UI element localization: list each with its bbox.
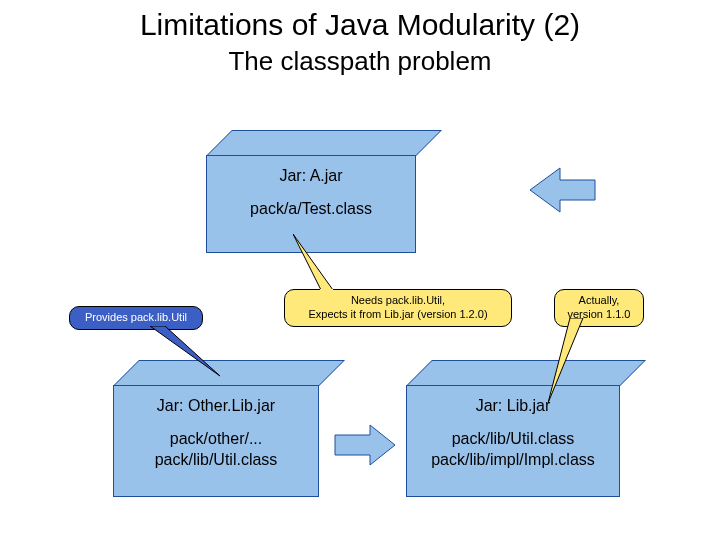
arrow-left-icon xyxy=(530,160,600,220)
svg-marker-4 xyxy=(293,234,333,290)
jar-lib-3d-top xyxy=(406,360,646,386)
callout-actually-tail xyxy=(548,318,608,408)
svg-marker-6 xyxy=(548,318,583,403)
callout-needs-tail xyxy=(293,234,353,294)
callout-actually-text: Actually, version 1.1.0 xyxy=(568,294,631,320)
callout-provides-tail xyxy=(150,326,230,386)
svg-marker-2 xyxy=(150,326,220,376)
slide-subtitle: The classpath problem xyxy=(0,46,720,77)
jar-a-content: pack/a/Test.class xyxy=(207,199,415,220)
svg-marker-1 xyxy=(335,425,395,465)
jar-other-content: pack/other/... pack/lib/Util.class xyxy=(114,429,318,471)
callout-provides-text: Provides pack.lib.Util xyxy=(85,311,187,323)
callout-needs-text: Needs pack.lib.Util, Expects it from Lib… xyxy=(308,294,487,320)
callout-needs: Needs pack.lib.Util, Expects it from Lib… xyxy=(284,289,512,327)
svg-marker-5 xyxy=(320,289,333,291)
jar-a-3d-top xyxy=(206,130,442,156)
slide-title: Limitations of Java Modularity (2) xyxy=(0,8,720,42)
svg-marker-0 xyxy=(530,168,595,212)
arrow-right-icon xyxy=(330,420,400,470)
jar-lib-content: pack/lib/Util.class pack/lib/impl/Impl.c… xyxy=(407,429,619,471)
jar-a-title: Jar: A.jar xyxy=(207,166,415,187)
jar-other-title: Jar: Other.Lib.jar xyxy=(114,396,318,417)
jar-other-box: Jar: Other.Lib.jar pack/other/... pack/l… xyxy=(113,385,319,497)
